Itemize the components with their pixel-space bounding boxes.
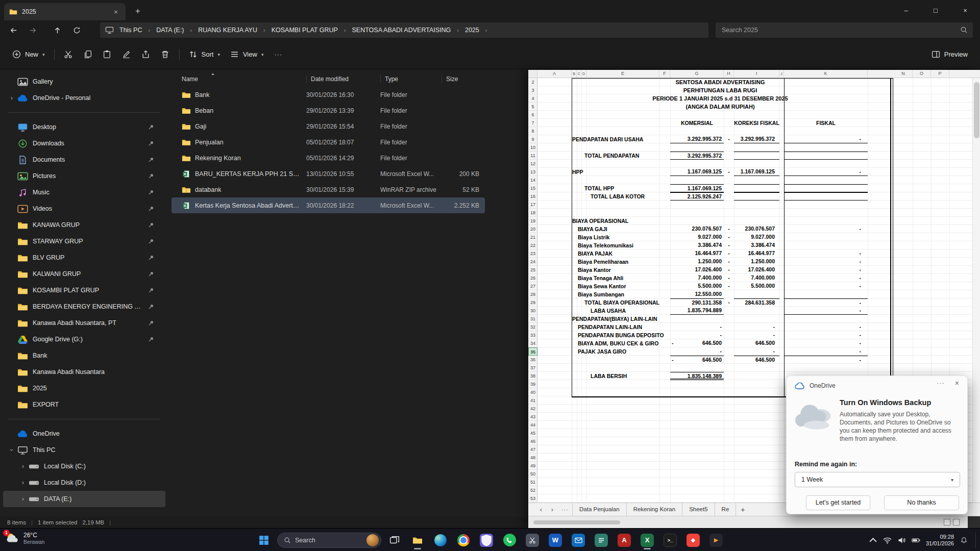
cut-button[interactable]	[59, 46, 78, 63]
file-row[interactable]: Penjualan05/01/2026 18:07File folder	[172, 134, 485, 150]
sidebar-item-kosambi-plat-grup[interactable]: KOSAMBI PLAT GRUP	[3, 282, 165, 298]
row-header-3[interactable]: 3	[528, 86, 537, 94]
cell-K35[interactable]: -	[784, 347, 868, 356]
column-header-A[interactable]: A	[537, 70, 572, 78]
remind-dropdown[interactable]: 1 Week ▾	[795, 472, 960, 487]
file-row[interactable]: Bank30/01/2026 16:30File folder	[172, 87, 485, 103]
cell-I23[interactable]: 16.464.977	[734, 249, 779, 258]
column-header-O[interactable]: O	[913, 70, 931, 78]
row-header-9[interactable]: 9	[528, 135, 537, 143]
row-header-10[interactable]: 10	[528, 143, 537, 152]
row-header-25[interactable]: 25	[528, 266, 537, 274]
taskbar-app-word[interactable]: W	[546, 531, 565, 550]
copy-button[interactable]	[78, 46, 97, 63]
row-header-12[interactable]: 12	[528, 160, 537, 168]
breadcrumb[interactable]: This PC›DATA (E:)›RUANG KERJA AYU›KOSAMB…	[100, 22, 708, 38]
cell-H21[interactable]: -	[724, 233, 734, 241]
cell-K30[interactable]: -	[784, 307, 868, 315]
explorer-tab[interactable]: 2025 ×	[4, 3, 126, 20]
row-header-49[interactable]: 49	[528, 462, 537, 470]
sheet-tab-re[interactable]: Re	[715, 503, 737, 516]
cell-I36[interactable]: 646.500	[734, 356, 779, 364]
column-header-B[interactable]: B	[572, 70, 577, 78]
sidebar-item-onedrive[interactable]: OneDrive	[3, 425, 165, 442]
more-options-button[interactable]: ···	[268, 46, 288, 63]
chevron-right-icon[interactable]: ›	[18, 479, 28, 486]
tab-close-icon[interactable]: ×	[111, 8, 120, 16]
row-header-37[interactable]: 37	[528, 364, 537, 372]
no-thanks-button[interactable]: No thanks	[884, 495, 959, 510]
taskbar-app-terminal[interactable]: >_	[660, 531, 680, 550]
row-header-17[interactable]: 17	[528, 201, 537, 209]
row-header-8[interactable]: 8	[528, 127, 537, 135]
row-header-41[interactable]: 41	[528, 396, 537, 405]
breadcrumb-item[interactable]: SENTOSA ABADI ADVERTAISING	[349, 25, 453, 35]
row-header-20[interactable]: 20	[528, 225, 537, 233]
cell-I35[interactable]: -	[734, 347, 779, 356]
taskbar-app-anydesk[interactable]: ◆	[683, 531, 703, 550]
back-button[interactable]	[5, 22, 21, 38]
breadcrumb-item[interactable]: 2025	[462, 25, 482, 35]
cell-G16[interactable]: 2.125.926.247	[670, 192, 724, 201]
cell-G13[interactable]: 1.167.069.125	[670, 168, 724, 176]
row-header-35[interactable]: 35	[528, 347, 537, 356]
cell-G21[interactable]: 9.027.000	[670, 233, 724, 241]
cell-G22[interactable]: 3.386.474	[670, 241, 724, 249]
horizontal-scrollbar[interactable]	[533, 520, 620, 524]
sidebar-item-bank[interactable]: Bank	[3, 347, 165, 364]
rename-button[interactable]	[117, 46, 136, 63]
taskbar-app-snipping-tool[interactable]	[523, 531, 542, 550]
taskbar-search[interactable]: Search	[277, 533, 381, 548]
row-header-52[interactable]: 52	[528, 486, 537, 494]
page-layout-view-icon[interactable]	[953, 519, 960, 525]
sidebar-item-pictures[interactable]: Pictures	[3, 168, 165, 184]
taskbar-app-whatsapp[interactable]	[500, 531, 519, 550]
column-header-K[interactable]: K	[784, 70, 868, 78]
sidebar-item-local-disk-c[interactable]: ›Local Disk (C:)	[3, 458, 165, 474]
column-header-C[interactable]: C	[577, 70, 581, 78]
sidebar-item-export[interactable]: EXPORT	[3, 396, 165, 413]
chevron-right-icon[interactable]: ›	[18, 495, 28, 503]
volume-icon[interactable]	[897, 537, 906, 544]
sidebar-item-local-disk-d[interactable]: ›Local Disk (D:)	[3, 474, 165, 491]
cell-I16[interactable]	[734, 192, 779, 201]
sidebar-item-videos[interactable]: Videos	[3, 201, 165, 217]
cell-I29[interactable]: 284.631.358	[734, 298, 779, 307]
cell-I25[interactable]: 17.026.400	[734, 266, 779, 274]
cell-H9[interactable]: -	[724, 135, 734, 143]
row-header-36[interactable]: 36	[528, 356, 537, 364]
column-header-H[interactable]: H	[724, 70, 734, 78]
search-box[interactable]	[716, 22, 973, 38]
taskbar-app-file-explorer[interactable]	[408, 531, 427, 550]
cell-K13[interactable]: -	[784, 168, 868, 176]
row-header-26[interactable]: 26	[528, 274, 537, 282]
cell-K25[interactable]: -	[784, 266, 868, 274]
file-row[interactable]: BARU_KERTAS KERJA PPH 21 SENTOSA A...13/…	[172, 166, 485, 182]
start-button[interactable]	[254, 531, 274, 550]
cell-G30[interactable]: 1.835.794.889	[670, 307, 724, 315]
row-header-7[interactable]: 7	[528, 119, 537, 127]
cell-G36[interactable]: 646.500-	[670, 356, 724, 364]
cell-G32[interactable]: -	[670, 323, 724, 331]
cell-K23[interactable]: -	[784, 249, 868, 258]
row-header-21[interactable]: 21	[528, 233, 537, 241]
sidebar-item-kanawa-abadi-nusantara-pt[interactable]: Kanawa Abadi Nusantara, PT	[3, 315, 165, 331]
file-row[interactable]: Rekening Koran05/01/2026 14:29File folde…	[172, 150, 485, 166]
scrollbar-thumb[interactable]	[974, 82, 979, 138]
sidebar-item-kanawa-abadi-nusantara[interactable]: Kanawa Abadi Nusantara	[3, 364, 165, 380]
sheet-list-button[interactable]: ···	[558, 507, 572, 513]
column-header-D[interactable]: D	[581, 70, 586, 78]
taskbar-app-task-view[interactable]	[385, 531, 404, 550]
sidebar-item-desktop[interactable]: Desktop	[3, 119, 165, 135]
file-row[interactable]: Gaji29/01/2026 15:54File folder	[172, 118, 485, 134]
sheet-tab-data-penjualan[interactable]: Data Penjualan	[572, 503, 627, 516]
row-header-29[interactable]: 29	[528, 298, 537, 307]
row-header-45[interactable]: 45	[528, 429, 537, 437]
sidebar-item-music[interactable]: Music	[3, 184, 165, 201]
row-header-48[interactable]: 48	[528, 454, 537, 462]
sidebar-item-berdaya-energy-enginering-bee-grup[interactable]: BERDAYA ENERGY ENGINERING (BEE) GRUP	[3, 298, 165, 315]
add-sheet-button[interactable]: +	[736, 506, 749, 514]
cell-K26[interactable]: -	[784, 274, 868, 282]
sidebar-item-data-e[interactable]: ›DATA (E:)	[3, 491, 165, 507]
row-header-19[interactable]: 19	[528, 217, 537, 225]
